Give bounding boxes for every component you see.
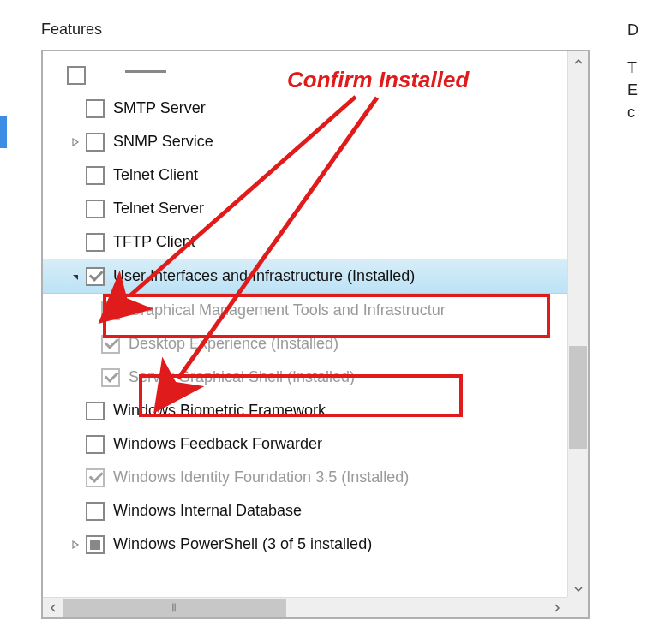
section-header: Features bbox=[41, 21, 102, 39]
tree-item-server-graphical-shell[interactable]: Server Graphical Shell (Installed) bbox=[43, 361, 588, 394]
right-text-char: c bbox=[627, 101, 643, 123]
item-label: SNMP Service bbox=[113, 133, 213, 151]
item-label: Telnet Client bbox=[113, 166, 198, 184]
tree-item-windows-identity-foundation[interactable]: Windows Identity Foundation 3.5 (Install… bbox=[43, 461, 588, 494]
horizontal-scroll-track[interactable]: ⦀ bbox=[63, 598, 547, 617]
tree-item-graphical-management-tools[interactable]: Graphical Management Tools and Infrastru… bbox=[43, 294, 588, 327]
checkbox[interactable] bbox=[86, 468, 105, 487]
item-label: Graphical Management Tools and Infrastru… bbox=[129, 301, 446, 319]
checkbox[interactable] bbox=[101, 368, 120, 387]
scroll-up-button[interactable] bbox=[568, 51, 588, 72]
checkbox[interactable] bbox=[86, 166, 105, 185]
tree-item-desktop-experience[interactable]: Desktop Experience (Installed) bbox=[43, 327, 588, 361]
vertical-scroll-track[interactable] bbox=[568, 72, 588, 579]
tree-item-windows-feedback-forwarder[interactable]: Windows Feedback Forwarder bbox=[43, 427, 588, 461]
item-label: Windows Feedback Forwarder bbox=[113, 435, 322, 453]
item-label: Telnet Server bbox=[113, 200, 204, 218]
tree-item-telnet-server[interactable]: Telnet Server bbox=[43, 192, 588, 225]
item-label: User Interfaces and Infrastructure (Inst… bbox=[113, 267, 415, 285]
checkbox[interactable] bbox=[86, 535, 105, 554]
item-label: SMTP Server bbox=[113, 99, 206, 117]
tree-item-smtp-server[interactable]: SMTP Server bbox=[43, 92, 588, 125]
checkbox[interactable] bbox=[86, 133, 105, 152]
checkbox[interactable] bbox=[86, 435, 105, 454]
tree-item-user-interfaces-infrastructure[interactable]: User Interfaces and Infrastructure (Inst… bbox=[43, 259, 588, 294]
scrollbar-corner bbox=[567, 597, 588, 617]
expand-expanded-icon[interactable] bbox=[67, 268, 84, 285]
features-listbox[interactable]: SMTP ServerSNMP ServiceTelnet ClientTeln… bbox=[41, 50, 590, 619]
tree-item-windows-internal-database[interactable]: Windows Internal Database bbox=[43, 494, 588, 528]
checkbox[interactable] bbox=[101, 335, 120, 354]
checkbox[interactable] bbox=[86, 200, 105, 218]
checkbox[interactable] bbox=[86, 233, 105, 252]
annotation-confirm-installed: Confirm Installed bbox=[287, 67, 469, 93]
vertical-scrollbar[interactable] bbox=[567, 51, 588, 599]
right-sidebar-cutoff: D T E c bbox=[627, 19, 643, 123]
right-text-char: T bbox=[627, 57, 643, 79]
tree-item-telnet-client[interactable]: Telnet Client bbox=[43, 158, 588, 192]
partial-line bbox=[125, 70, 166, 73]
tree-item-windows-biometric-framework[interactable]: Windows Biometric Framework bbox=[43, 394, 588, 427]
horizontal-scrollbar[interactable]: ⦀ bbox=[43, 597, 567, 617]
item-label: Windows Biometric Framework bbox=[113, 402, 326, 420]
tree-item-snmp-service[interactable]: SNMP Service bbox=[43, 125, 588, 158]
checkbox[interactable] bbox=[86, 502, 105, 521]
checkbox[interactable] bbox=[86, 402, 105, 420]
vertical-scroll-thumb[interactable] bbox=[569, 346, 587, 449]
right-text-char: E bbox=[627, 79, 643, 101]
item-label: Windows Identity Foundation 3.5 (Install… bbox=[113, 468, 409, 486]
checkbox[interactable] bbox=[86, 99, 105, 118]
tree-item-tftp-client[interactable]: TFTP Client bbox=[43, 225, 588, 259]
item-label: Windows Internal Database bbox=[113, 502, 302, 520]
item-label: Desktop Experience (Installed) bbox=[129, 335, 338, 353]
features-scrollzone: SMTP ServerSNMP ServiceTelnet ClientTeln… bbox=[43, 51, 588, 599]
left-selection-marker bbox=[0, 116, 7, 148]
tree-item-windows-powershell[interactable]: Windows PowerShell (3 of 5 installed) bbox=[43, 528, 588, 561]
item-label: Server Graphical Shell (Installed) bbox=[129, 368, 355, 386]
item-label: Windows PowerShell (3 of 5 installed) bbox=[113, 535, 372, 553]
expand-collapsed-icon[interactable] bbox=[67, 134, 84, 151]
item-label: TFTP Client bbox=[113, 233, 195, 251]
expand-collapsed-icon[interactable] bbox=[67, 536, 84, 553]
checkbox[interactable] bbox=[101, 301, 120, 320]
horizontal-scroll-thumb[interactable]: ⦀ bbox=[63, 599, 286, 617]
scroll-left-button[interactable] bbox=[43, 598, 63, 617]
features-tree: SMTP ServerSNMP ServiceTelnet ClientTeln… bbox=[43, 51, 588, 568]
checkbox[interactable] bbox=[86, 267, 105, 286]
scroll-right-button[interactable] bbox=[547, 598, 567, 617]
right-text-char: D bbox=[627, 19, 643, 41]
checkbox[interactable] bbox=[67, 66, 86, 85]
